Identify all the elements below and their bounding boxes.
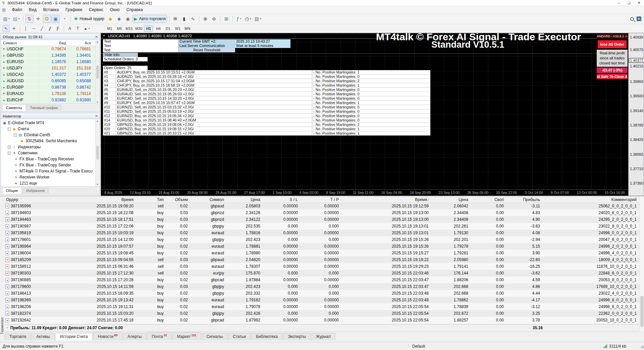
mql-community-icon[interactable]: M <box>637 16 641 21</box>
terminal-tab[interactable]: Сигналы <box>202 333 227 340</box>
timeframe-button[interactable]: M5 <box>115 25 124 32</box>
tree-toggle[interactable]: + <box>8 146 11 149</box>
scroll-down-icon[interactable]: ▼ <box>96 183 99 186</box>
market-watch-tab[interactable]: Символы <box>2 105 26 111</box>
history-column-header[interactable]: S / L <box>263 197 301 203</box>
terminal-tab[interactable]: Почта32 <box>147 332 171 340</box>
close-icon[interactable]: ✕ <box>95 35 98 39</box>
status-connection[interactable]: 3111/4 kb ◢ <box>600 344 644 349</box>
navigator-item[interactable]: ● 1211 еще <box>1 180 100 186</box>
scroll-thumb[interactable] <box>640 296 644 327</box>
navigator-item[interactable]: ✦ MT4talk © Forex AI Signal - Trade Exec… <box>1 168 100 174</box>
sounds-icon[interactable]: ◉ <box>124 15 132 23</box>
terminal-tab[interactable]: Библиотека <box>251 333 282 340</box>
history-column-header[interactable]: Цена <box>431 197 471 203</box>
symbol-row[interactable]: ▲EURCHF 0.92882 0.92890 <box>1 97 100 103</box>
scroll-up-icon[interactable]: ▲ <box>96 120 99 122</box>
scroll-up-icon[interactable]: ▲ <box>96 41 99 43</box>
terminal-tab[interactable]: Эксперты <box>283 333 311 340</box>
strategy-tester-icon[interactable]: ◔ <box>60 15 68 23</box>
symbol-row[interactable]: ▼USDJPY 151.317 151.318 <box>1 65 100 71</box>
column-symbol[interactable]: Символ <box>1 41 39 45</box>
symbol-row[interactable]: ▲EURGBP 0.86738 0.86742 <box>1 84 100 91</box>
new-chart-icon[interactable]: ▥ ▾ <box>2 15 11 23</box>
history-row[interactable]: 387196004 2025.10.15 19:08:45 buy 0.02 e… <box>5 250 639 256</box>
terminal-tab[interactable]: Журнал <box>311 333 335 340</box>
scroll-thumb[interactable] <box>96 146 99 159</box>
horizontal-line-icon[interactable]: ─ <box>30 25 38 32</box>
timeframe-button[interactable]: H4 <box>154 25 163 32</box>
tile-windows-icon[interactable]: ⊞ <box>222 15 230 23</box>
terminal-tab[interactable]: Активы <box>32 333 55 340</box>
navigator-tab[interactable]: Общие <box>2 188 22 194</box>
chart-time-axis[interactable]: 8 Aug 202512 Aug 23:1015 Aug 15:0020 Aug… <box>101 189 628 196</box>
crosshair-icon[interactable]: ✛ <box>10 25 18 32</box>
symbol-row[interactable]: ▼EURAUD 1.79108 1.79114 <box>1 91 100 97</box>
history-row[interactable]: 387182374 2025.10.15 15:03:20 buy 0.02 g… <box>5 310 639 317</box>
arrows-icon[interactable]: ▲ ▾ <box>82 25 91 32</box>
templates-icon[interactable]: ▨ ▾ <box>253 15 263 23</box>
tree-toggle[interactable]: − <box>8 128 11 131</box>
autotrade-button[interactable]: ▶ Авто-торговля <box>132 15 167 23</box>
history-row[interactable]: 387190987 2025.10.15 17:22:06 buy 0.02 g… <box>5 223 639 230</box>
text-label-icon[interactable]: T <box>74 25 82 32</box>
symbol-row[interactable]: ▲GBPUSD 1.34395 1.34401 <box>1 52 100 59</box>
history-column-header[interactable]: Символ <box>191 197 227 203</box>
timeframe-button[interactable]: W1 <box>173 25 182 32</box>
terminal-tab[interactable]: Статьи <box>228 333 251 340</box>
terminal-tab[interactable]: Торговля <box>5 333 31 340</box>
navigator-icon[interactable]: ✪ <box>43 15 51 23</box>
terminal-icon[interactable]: ▣ <box>52 15 60 23</box>
timeframe-button[interactable]: D1 <box>163 25 172 32</box>
history-row[interactable]: 387192642 2025.10.15 17:45:18 buy 0.02 g… <box>5 317 639 323</box>
navigator-item[interactable]: ☻ 30025494: Serhii Marchenko <box>1 138 100 144</box>
history-scrollbar[interactable] <box>639 197 644 331</box>
column-ask[interactable]: Аск <box>68 41 93 45</box>
menu-item[interactable]: Сервис <box>86 7 107 12</box>
menu-item[interactable]: Вставка <box>40 7 62 12</box>
history-row[interactable]: 387179601 2025.10.15 14:12:00 buy 0.02 g… <box>5 236 639 243</box>
chart-price-scale[interactable]: 1.409351.405751.403721.402151.398601.395… <box>628 33 644 196</box>
data-window-icon[interactable]: ✛ <box>34 15 42 23</box>
navigator-scrollbar[interactable]: ▲ ▼ <box>95 119 99 186</box>
terminal-tab[interactable]: Маркет151 <box>172 332 201 340</box>
trendline-icon[interactable]: ╱ <box>38 25 46 32</box>
menu-item[interactable]: Графики <box>62 7 86 12</box>
zoom-in-icon[interactable]: ⊕ <box>201 15 209 23</box>
history-row[interactable]: 387190885 2025.10.15 17:20:28 buy 0.02 g… <box>5 277 639 283</box>
navigator-item[interactable]: + ƒ Индикаторы <box>1 144 100 150</box>
history-column-header[interactable]: Своп <box>471 197 506 203</box>
close-icon[interactable]: ✕ <box>95 114 98 118</box>
history-row[interactable]: 387196369 2025.10.15 19:13:42 buy 0.02 e… <box>5 297 639 303</box>
history-row[interactable]: 387186413 2025.10.15 16:09:35 buy 0.02 g… <box>5 290 639 297</box>
navigator-item[interactable]: − ◉ Счета <box>1 126 100 132</box>
navigator-item[interactable]: ✦ Receiver-Worker <box>1 174 100 180</box>
terminal-tab[interactable]: Алерты <box>123 333 146 340</box>
fibonacci-icon[interactable]: Ƒ <box>54 25 62 32</box>
history-row[interactable]: 387194603 2025.10.15 18:22:08 buy 0.03 g… <box>5 209 639 216</box>
symbol-row[interactable]: ▲USDCAD 1.40372 1.40377 <box>1 71 100 78</box>
timeframe-button[interactable]: M30 <box>134 25 143 32</box>
close-button[interactable]: ✕ <box>634 0 644 6</box>
history-row[interactable]: 387165209 2025.10.15 09:04:55 sell 0.03 … <box>5 256 639 263</box>
history-row[interactable]: 387190303 2025.10.15 17:12:30 sell 0.02 … <box>5 270 639 277</box>
navigator-item[interactable]: − ▤ EGlobal-Cent5 <box>1 132 100 138</box>
history-row[interactable]: 387158512 2025.10.15 06:31:46 sell 0.03 … <box>5 263 639 270</box>
ea-hide-info-button[interactable]: Hide Info <box>103 53 138 57</box>
menu-item[interactable]: Файл <box>8 7 25 12</box>
navigator-item[interactable]: ✦ FX Blue - TradeCopy Receiver <box>1 156 100 162</box>
terminal-tab[interactable]: Новости99 <box>93 332 122 340</box>
minimize-button[interactable]: — <box>614 0 624 6</box>
menu-item[interactable]: Вид <box>25 7 40 12</box>
chart-plot-area[interactable]: ▼ USDCAD,H1 1.40380 1.40381 1.40358 1.40… <box>101 33 628 189</box>
timeframe-button[interactable]: MN <box>183 25 192 32</box>
menu-item[interactable]: Справка <box>123 7 146 12</box>
history-column-header[interactable]: Объем <box>166 197 191 203</box>
metaeditor-icon[interactable]: ◆ <box>106 15 114 23</box>
close-all-orders-button[interactable]: lose All Order <box>598 40 627 48</box>
scroll-down-icon[interactable]: ▼ <box>96 101 99 103</box>
periods-icon[interactable]: ◷ ▾ <box>244 15 253 23</box>
collapse-icon[interactable]: ▼ <box>103 34 105 37</box>
market-watch-icon[interactable]: ⇅ <box>25 15 34 23</box>
zoom-out-icon[interactable]: ⊖ <box>210 15 218 23</box>
